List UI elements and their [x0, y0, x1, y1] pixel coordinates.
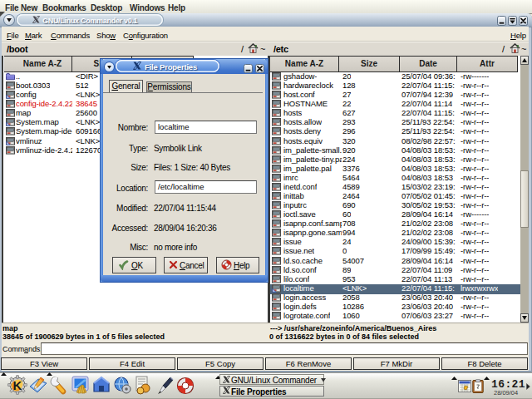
svg-text:K: K: [13, 378, 22, 392]
